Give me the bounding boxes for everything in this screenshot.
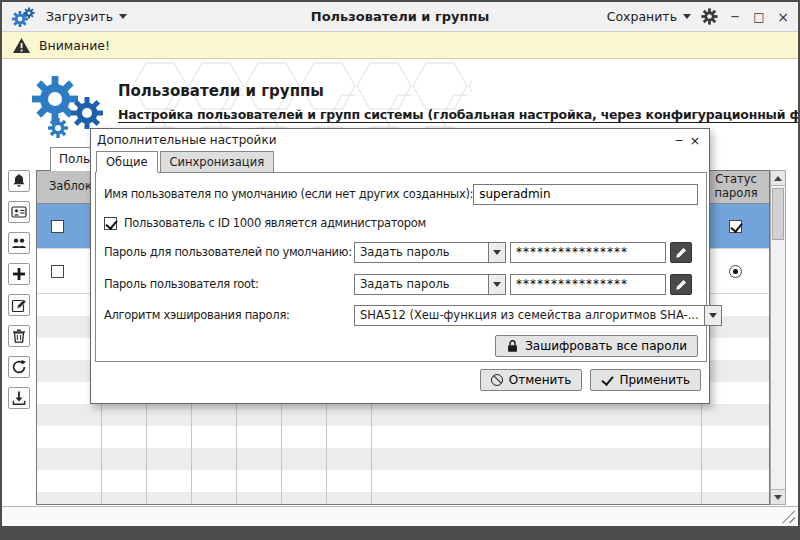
- user-card-button[interactable]: [8, 201, 30, 223]
- cancel-label: Отменить: [509, 373, 572, 387]
- edit-root-password-button[interactable]: [670, 274, 692, 295]
- hash-algorithm-label: Алгоритм хэширования пароля:: [104, 308, 354, 322]
- dialog-title: Дополнительные настройки: [97, 133, 671, 147]
- load-menu-button[interactable]: Загрузить: [46, 9, 127, 24]
- save-menu-label: Сохранить: [607, 9, 677, 24]
- default-password-input[interactable]: [510, 242, 666, 263]
- vertical-scrollbar[interactable]: [770, 170, 786, 505]
- encrypt-all-passwords-label: Зашифровать все пароли: [525, 339, 687, 353]
- column-header-password-status[interactable]: Статус пароля: [701, 171, 770, 203]
- warning-triangle-icon: [12, 37, 31, 54]
- dialog-tabs: Общие Синхронизация: [96, 151, 274, 173]
- default-password-mode-select[interactable]: Задать пароль: [354, 242, 506, 263]
- scroll-down-button[interactable]: [771, 489, 785, 504]
- blocked-checkbox[interactable]: [51, 220, 64, 233]
- notifications-button[interactable]: [8, 170, 30, 192]
- dropdown-arrow-icon: [488, 275, 505, 294]
- root-password-mode-value: Задать пароль: [355, 277, 488, 291]
- encrypt-all-passwords-button[interactable]: Зашифровать все пароли: [495, 335, 698, 357]
- hash-algorithm-select[interactable]: SHA512 (Хеш-функция из семейства алгорит…: [354, 305, 722, 326]
- scrollbar-thumb[interactable]: [772, 188, 784, 240]
- apply-label: Применить: [619, 373, 690, 387]
- resize-grip[interactable]: [782, 510, 795, 523]
- app-logo-gears-icon: [10, 6, 36, 28]
- admin-id1000-checkbox[interactable]: [104, 217, 117, 230]
- warning-text: Внимание!: [39, 38, 110, 53]
- titlebar-right: Сохранить ─ □ ×: [597, 8, 790, 25]
- tab-synchronization[interactable]: Синхронизация: [160, 151, 275, 173]
- table-cell: [701, 204, 770, 248]
- export-download-button[interactable]: [8, 387, 30, 409]
- scroll-up-button[interactable]: [771, 171, 785, 186]
- refresh-button[interactable]: [8, 356, 30, 378]
- blocked-checkbox[interactable]: [51, 265, 64, 278]
- default-password-mode-value: Задать пароль: [355, 245, 488, 259]
- load-menu-label: Загрузить: [46, 9, 113, 24]
- root-password-mode-select[interactable]: Задать пароль: [354, 274, 506, 295]
- dialog-content: Имя пользователя по умолчанию (если нет …: [95, 172, 707, 362]
- user-card-icon: [11, 204, 27, 220]
- hash-algorithm-value: SHA512 (Хеш-функция из семейства алгорит…: [355, 308, 704, 322]
- download-icon: [11, 390, 27, 406]
- warning-bar: Внимание!: [2, 32, 798, 59]
- root-password-input[interactable]: [510, 274, 666, 295]
- arrow-down-icon: [774, 495, 782, 504]
- titlebar: Загрузить Пользователи и группы Сохранит…: [2, 2, 798, 32]
- default-user-input[interactable]: [473, 184, 698, 205]
- dropdown-arrow-icon: [488, 243, 505, 262]
- trash-icon: [11, 328, 27, 344]
- apply-button[interactable]: Применить: [590, 369, 701, 391]
- status-bar: [2, 506, 798, 526]
- maximize-button[interactable]: □: [752, 10, 766, 24]
- edit-default-password-button[interactable]: [670, 242, 692, 263]
- advanced-settings-dialog: Дополнительные настройки ─ × Общие Синхр…: [90, 128, 710, 404]
- bell-icon: [11, 173, 27, 189]
- tab-general[interactable]: Общие: [96, 151, 158, 173]
- users-group-icon: [11, 235, 27, 251]
- edit-pencil-icon: [11, 297, 27, 313]
- pencil-icon: [675, 246, 688, 259]
- arrow-up-icon: [774, 172, 782, 181]
- pencil-icon: [675, 278, 688, 291]
- default-password-label: Пароль для пользователей по умолчанию:: [104, 245, 354, 259]
- chevron-down-icon: [683, 14, 691, 23]
- dialog-footer: Отменить Применить: [480, 369, 701, 391]
- window-bottom-border: [2, 526, 798, 538]
- dialog-minimize-button[interactable]: ─: [671, 134, 687, 147]
- close-button[interactable]: ×: [776, 9, 790, 25]
- groups-button[interactable]: [8, 232, 30, 254]
- admin-id1000-label: Пользователь с ID 1000 является админист…: [124, 216, 426, 230]
- settings-gear-icon[interactable]: [701, 8, 718, 25]
- dialog-close-button[interactable]: ×: [687, 133, 703, 148]
- chevron-down-icon: [119, 14, 127, 23]
- add-user-button[interactable]: [8, 263, 30, 285]
- page-subtitle: Настройка пользователей и групп системы …: [118, 107, 800, 122]
- app-window: Загрузить Пользователи и группы Сохранит…: [0, 0, 800, 540]
- dialog-titlebar[interactable]: Дополнительные настройки ─ ×: [91, 129, 709, 151]
- edit-user-button[interactable]: [8, 294, 30, 316]
- root-password-label: Пароль пользователя root:: [104, 277, 354, 291]
- check-icon: [601, 374, 613, 386]
- lock-icon: [506, 339, 519, 353]
- password-status-radio[interactable]: [729, 265, 742, 278]
- plus-icon: [12, 267, 26, 281]
- minimize-button[interactable]: ─: [728, 10, 742, 24]
- cancel-icon: [491, 374, 503, 386]
- dropdown-arrow-icon: [704, 306, 721, 325]
- password-status-checkbox[interactable]: [729, 220, 742, 233]
- save-menu-button[interactable]: Сохранить: [607, 9, 691, 24]
- table-cell: [701, 249, 770, 293]
- page-title: Пользователи и группы: [118, 82, 324, 100]
- delete-user-button[interactable]: [8, 325, 30, 347]
- refresh-icon: [11, 359, 27, 375]
- cancel-button[interactable]: Отменить: [480, 369, 583, 391]
- default-user-label: Имя пользователя по умолчанию (если нет …: [104, 187, 473, 201]
